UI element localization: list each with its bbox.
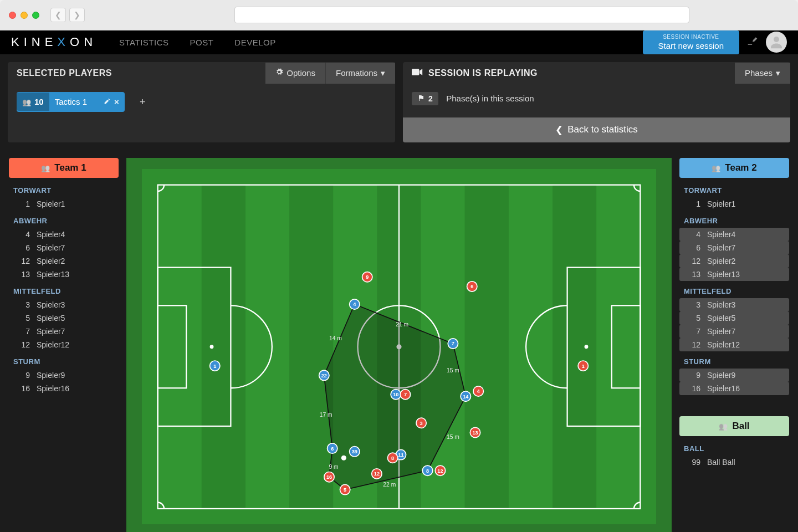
- player-row[interactable]: 12Spieler2: [679, 254, 789, 268]
- topbar: KINEXON STATISTICS POST DEVELOP SESSION …: [0, 30, 798, 54]
- team2-badge[interactable]: Team 2: [679, 158, 789, 178]
- gear-icon: [275, 68, 283, 78]
- player-row[interactable]: 3Spieler3: [9, 298, 119, 311]
- formations-tab[interactable]: Formations ▾: [325, 63, 395, 84]
- svg-point-20: [211, 345, 213, 348]
- phases-tab[interactable]: Phases ▾: [735, 63, 790, 84]
- close-window-icon[interactable]: [9, 12, 16, 19]
- svg-text:22: 22: [321, 372, 327, 378]
- options-tab[interactable]: Options: [265, 63, 325, 84]
- field-player[interactable]: 10: [391, 389, 401, 399]
- player-row[interactable]: 5Spieler5: [679, 311, 789, 325]
- field-player[interactable]: 12: [435, 466, 445, 475]
- svg-text:4: 4: [477, 388, 480, 394]
- field-player[interactable]: 39: [350, 446, 360, 456]
- distance-label: 21 m: [396, 321, 408, 328]
- player-number: 16: [19, 384, 30, 393]
- nav-post[interactable]: POST: [190, 38, 214, 47]
- field-player[interactable]: 8: [387, 453, 397, 463]
- svg-text:5: 5: [344, 487, 346, 493]
- back-to-statistics-button[interactable]: ❮ Back to statistics: [403, 117, 790, 142]
- field-player[interactable]: 4: [350, 299, 360, 309]
- team1-badge[interactable]: Team 1: [9, 158, 119, 178]
- window-controls: [9, 12, 39, 19]
- distance-label: 15 m: [447, 433, 459, 439]
- settings-icon[interactable]: [747, 35, 758, 49]
- player-number: 12: [19, 257, 30, 265]
- player-row[interactable]: 3Spieler3: [679, 298, 789, 311]
- player-number: 6: [689, 243, 700, 252]
- field-player[interactable]: 8: [422, 466, 432, 475]
- player-row[interactable]: 7Spieler7: [679, 325, 789, 338]
- player-number: 16: [689, 384, 700, 393]
- player-row[interactable]: 6Spieler7: [679, 241, 789, 254]
- player-row[interactable]: 13Spieler13: [9, 268, 119, 281]
- player-row[interactable]: 1Spieler1: [679, 197, 789, 211]
- player-row[interactable]: 4Spieler4: [679, 228, 789, 241]
- player-row[interactable]: 99Ball Ball: [679, 456, 789, 469]
- player-number: 99: [689, 458, 700, 467]
- player-name: Spieler5: [707, 314, 735, 323]
- position-group: TORWART1Spieler1: [679, 183, 789, 211]
- start-session-button[interactable]: SESSION INACTIVE Start new session: [643, 30, 739, 54]
- maximize-window-icon[interactable]: [32, 12, 39, 19]
- field-player[interactable]: 22: [319, 370, 329, 380]
- flag-icon: [417, 94, 425, 103]
- team1-label: Team 1: [54, 162, 86, 173]
- minimize-window-icon[interactable]: [21, 12, 28, 19]
- player-row[interactable]: 9Spieler9: [9, 369, 119, 382]
- session-status-label: SESSION INACTIVE: [658, 33, 724, 40]
- player-row[interactable]: 4Spieler4: [9, 228, 119, 241]
- url-bar[interactable]: [234, 7, 689, 23]
- forward-button[interactable]: ❯: [69, 8, 85, 22]
- field-player[interactable]: 9: [362, 272, 372, 282]
- player-row[interactable]: 6Spieler7: [9, 241, 119, 254]
- player-number: 3: [19, 300, 30, 309]
- svg-text:39: 39: [352, 449, 357, 454]
- field-player[interactable]: 4: [473, 386, 483, 396]
- ball-label: Ball: [732, 421, 749, 432]
- field-player[interactable]: 6: [328, 443, 337, 453]
- position-group: STURM9Spieler916Spieler16: [9, 355, 119, 395]
- player-number: 12: [19, 340, 30, 349]
- add-group-button[interactable]: +: [135, 95, 150, 110]
- user-avatar[interactable]: [766, 32, 787, 53]
- player-row[interactable]: 1Spieler1: [9, 197, 119, 211]
- player-name: Spieler16: [707, 384, 740, 393]
- player-row[interactable]: 12Spieler12: [9, 338, 119, 351]
- field-player[interactable]: 1: [210, 360, 220, 370]
- position-group: ABWEHR4Spieler46Spieler712Spieler213Spie…: [679, 214, 789, 281]
- player-row[interactable]: 5Spieler5: [9, 311, 119, 325]
- svg-text:8: 8: [426, 468, 429, 473]
- nav-develop[interactable]: DEVELOP: [234, 38, 275, 47]
- back-button[interactable]: ❮: [50, 8, 66, 22]
- field-player[interactable]: 7: [400, 389, 410, 399]
- field-player[interactable]: 6: [467, 281, 477, 291]
- player-row[interactable]: 12Spieler12: [679, 338, 789, 351]
- player-name: Spieler5: [37, 314, 65, 323]
- field-player[interactable]: 7: [448, 338, 458, 348]
- ball-badge[interactable]: Ball: [679, 416, 789, 436]
- browser-chrome: ❮ ❯: [0, 0, 798, 30]
- player-row[interactable]: 16Spieler16: [9, 382, 119, 395]
- selected-players-panel: SELECTED PLAYERS Options Formations ▾: [8, 62, 395, 142]
- field-player[interactable]: 13: [470, 427, 480, 437]
- edit-icon[interactable]: [104, 97, 111, 106]
- field-player[interactable]: 3: [416, 418, 426, 428]
- player-name: Spieler7: [707, 243, 735, 252]
- field-player[interactable]: 16: [324, 472, 334, 482]
- field-player[interactable]: 12: [372, 468, 382, 478]
- player-row[interactable]: 12Spieler2: [9, 254, 119, 268]
- field-player[interactable]: 14: [461, 391, 470, 401]
- player-row[interactable]: 16Spieler16: [679, 382, 789, 395]
- player-row[interactable]: 13Spieler13: [679, 268, 789, 281]
- player-group-chip[interactable]: 10 Tactics 1 ×: [17, 92, 125, 112]
- close-icon[interactable]: ×: [114, 97, 119, 106]
- soccer-field[interactable]: 21 m14 m15 m17 m15 m9 m22 m 142271014639…: [142, 169, 656, 525]
- nav-statistics[interactable]: STATISTICS: [119, 38, 168, 47]
- player-row[interactable]: 9Spieler9: [679, 369, 789, 382]
- field-player[interactable]: 1: [578, 360, 588, 370]
- player-row[interactable]: 7Spieler7: [9, 325, 119, 338]
- field-player[interactable]: 5: [340, 484, 350, 494]
- position-group: MITTELFELD3Spieler35Spieler57Spieler712S…: [679, 284, 789, 351]
